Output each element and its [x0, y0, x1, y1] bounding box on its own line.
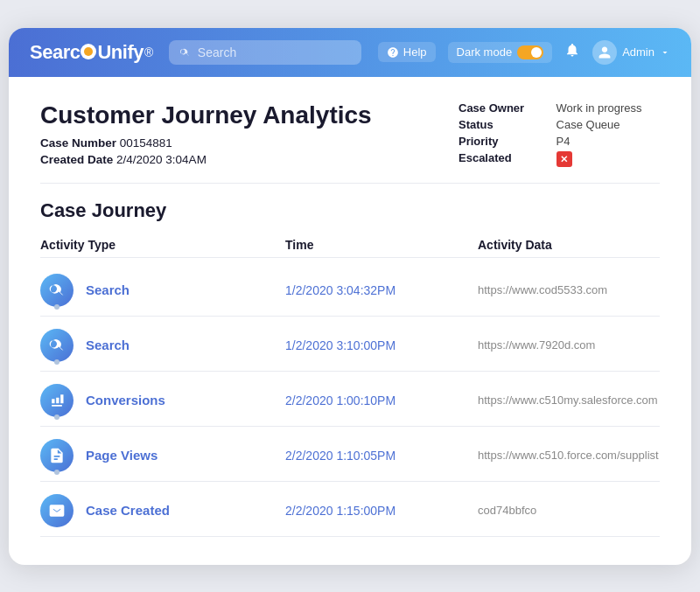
time-cell: 1/2/2020 3:10:00PM	[285, 338, 478, 352]
journey-section-title: Case Journey	[40, 199, 660, 222]
col-time: Time	[285, 238, 478, 252]
activity-cell: Search	[40, 274, 285, 307]
case-title-section: Customer Journey Analytics Case Number 0…	[40, 101, 372, 166]
case-created-date: Created Date 2/4/2020 3:04AM	[40, 153, 372, 166]
logo-trademark: ®	[144, 45, 153, 59]
escalated-badge: ✕	[556, 151, 572, 167]
owner-value: Work in progress	[556, 101, 660, 115]
row-connector-dot	[54, 359, 60, 365]
time-cell: 2/2/2020 1:00:10PM	[285, 394, 478, 407]
activity-cell: Search	[40, 329, 285, 362]
dark-mode-label: Dark mode	[457, 45, 513, 59]
header-search-bar[interactable]	[169, 40, 361, 65]
activity-label: Conversions	[86, 393, 165, 407]
page-icon	[40, 439, 74, 472]
col-activity-type: Activity Type	[40, 238, 285, 252]
table-row: Search 1/2/2020 3:10:00PM https://www.79…	[40, 317, 660, 372]
data-cell: https://www.c510.force.com/supplist	[478, 449, 660, 462]
col-activity-data: Activity Data	[478, 238, 660, 252]
priority-value: P4	[556, 135, 660, 148]
journey-table: Search 1/2/2020 3:04:32PM https://www.co…	[40, 261, 660, 537]
logo: Searc Unify ®	[30, 41, 153, 64]
data-cell: https://www.c510my.salesforce.com	[478, 394, 660, 407]
row-connector-dot	[54, 470, 60, 475]
status-label: Status	[458, 118, 542, 131]
table-row: Page Views 2/2/2020 1:10:05PM https://ww…	[40, 427, 660, 482]
help-icon	[387, 46, 399, 59]
table-row: Case Created 2/2/2020 1:15:00PM cod74bbf…	[40, 482, 660, 537]
search-icon	[40, 329, 74, 362]
escalated-label: Escalated	[458, 151, 542, 167]
case-header: Customer Journey Analytics Case Number 0…	[40, 101, 660, 167]
time-cell: 1/2/2020 3:04:32PM	[285, 283, 478, 297]
help-label: Help	[403, 45, 427, 59]
row-connector-dot	[54, 414, 60, 420]
chart-icon	[40, 384, 74, 417]
activity-label: Page Views	[86, 448, 158, 463]
case-icon	[40, 494, 74, 527]
activity-label: Search	[86, 338, 130, 352]
header-search-input[interactable]	[198, 45, 351, 59]
search-icon	[40, 274, 74, 307]
table-header: Activity Type Time Activity Data	[40, 238, 660, 258]
divider	[40, 183, 660, 184]
row-connector-dot	[54, 304, 60, 310]
logo-text: Searc	[30, 41, 80, 64]
logo-text2: Unify	[97, 41, 144, 64]
activity-cell: Page Views	[40, 439, 285, 472]
dark-mode-toggle[interactable]: Dark mode	[448, 42, 553, 63]
status-value: Case Queue	[556, 118, 660, 131]
toggle-switch[interactable]	[517, 45, 543, 59]
activity-cell: Conversions	[40, 384, 285, 417]
avatar	[592, 40, 617, 65]
help-button[interactable]: Help	[378, 42, 436, 62]
activity-label: Case Created	[86, 503, 170, 518]
logo-o-icon	[80, 44, 96, 59]
table-row: Search 1/2/2020 3:04:32PM https://www.co…	[40, 261, 660, 317]
notification-icon[interactable]	[564, 42, 580, 62]
time-cell: 2/2/2020 1:10:05PM	[285, 449, 478, 463]
chevron-down-icon	[660, 47, 670, 58]
priority-label: Priority	[458, 135, 542, 148]
time-cell: 2/2/2020 1:15:00PM	[285, 504, 478, 518]
activity-cell: Case Created	[40, 494, 285, 527]
table-row: Conversions 2/2/2020 1:00:10PM https://w…	[40, 372, 660, 427]
case-info-right: Case Owner Work in progress Status Case …	[458, 101, 660, 167]
header: Searc Unify ® Help Dark mode	[9, 28, 691, 77]
header-actions: Help Dark mode Admin	[378, 40, 670, 65]
admin-label: Admin	[622, 45, 654, 59]
data-cell: https://www.7920d.com	[478, 338, 660, 352]
main-card: Searc Unify ® Help Dark mode	[9, 28, 691, 565]
owner-label: Case Owner	[458, 101, 542, 115]
data-cell: cod74bbfco	[478, 504, 660, 517]
header-search-icon	[179, 46, 191, 59]
admin-menu[interactable]: Admin	[592, 40, 670, 65]
data-cell: https://www.cod5533.com	[478, 283, 660, 296]
activity-label: Search	[86, 282, 130, 297]
case-number: Case Number 00154881	[40, 136, 372, 150]
main-content: Customer Journey Analytics Case Number 0…	[9, 77, 691, 565]
page-title: Customer Journey Analytics	[40, 101, 372, 129]
